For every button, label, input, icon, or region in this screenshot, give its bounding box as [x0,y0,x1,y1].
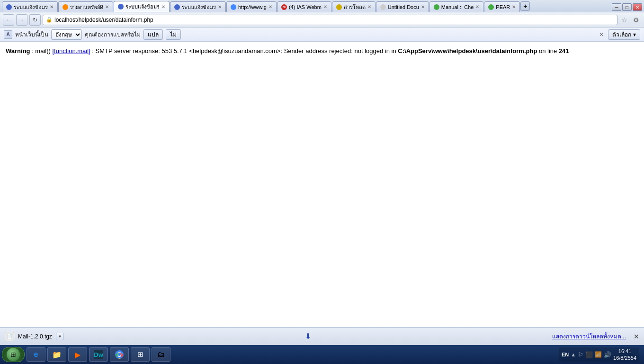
tab-7[interactable]: สารโหลด ✕ [332,1,376,12]
translate-prefix: หน้าเว็บนี้เป็น [15,30,48,39]
tab-3-close[interactable]: ✕ [161,4,165,9]
tab-7-close[interactable]: ✕ [367,4,371,9]
taskbar-media[interactable]: ▶ [68,347,87,362]
tab-3-favicon [118,4,124,9]
warning-path: C:\AppServ\www\helpdesk\user\datainform.… [398,47,537,55]
close-button[interactable]: ✕ [633,3,642,11]
taskbar-explorer[interactable]: 📁 [47,347,66,362]
volume-icon: 🔊 [604,351,611,358]
taskbar-ie[interactable]: e [27,347,45,362]
tab-6[interactable]: M (4) IAS Webm ✕ [277,1,331,12]
clock-time: 16:41 [613,348,636,355]
warning-on-line: on line [539,47,559,55]
tab-1-label: ระบบแจ้งข้อมร [14,3,48,11]
warning-label: Warning [6,47,30,55]
dreamweaver-icon: Dw [94,350,103,359]
warning-function: : mail() [32,47,52,55]
chrome-icon [115,350,124,359]
tab-10-label: PEAR [496,4,510,10]
files-icon: 🗂 [156,350,166,359]
tab-4-label: ระบบแจ้งข้อมร [182,3,216,11]
tab-4[interactable]: ระบบแจ้งข้อมร ✕ [170,1,226,12]
start-button[interactable]: ⊞ [2,347,25,362]
download-chevron[interactable]: ▾ [56,333,63,340]
no-translate-button[interactable]: ไม่ [166,29,181,40]
address-lock-icon: 🔒 [46,17,53,23]
monitor-icon: ⬛ [585,351,593,358]
tab-3-active[interactable]: ระบบแจ้งข้อมร ✕ [114,1,170,12]
wrench-icon[interactable]: ⚙ [631,15,641,25]
language-select[interactable]: อังกฤษ [51,29,82,40]
arrow-up-icon[interactable]: ▲ [571,352,576,357]
maximize-button[interactable]: □ [622,3,632,11]
function-mail-link[interactable]: [function.mail] [52,47,90,55]
taskbar-chrome[interactable] [110,347,129,362]
page-content: Warning : mail() [function.mail] : SMTP … [0,42,644,327]
taskbar: ⊞ e 📁 ▶ Dw [0,345,644,364]
new-tab-button[interactable]: + [520,1,530,11]
flag-icon: ⚐ [578,351,583,358]
tab-9[interactable]: Manual :: Che ✕ [429,1,483,12]
bookmark-star-icon[interactable]: ☆ [619,15,629,25]
tab-bar: ระบบแจ้งข้อมร ✕ รายงานทรัพย์ดิ ✕ ระบบแจ้… [0,0,644,12]
start-orb-icon: ⊞ [7,348,20,361]
explorer-icon: 📁 [52,350,62,359]
minimize-button[interactable]: ─ [612,3,621,11]
clock-date: 16/8/2554 [613,355,636,361]
tab-9-label: Manual :: Che [441,4,474,10]
tab-1[interactable]: ระบบแจ้งข้อมร ✕ [2,1,58,12]
show-all-downloads-link[interactable]: แสดงการดาวน์โหลดทั้งหมด... [552,332,626,341]
tab-7-favicon [336,4,342,10]
translate-options-button[interactable]: ตัวเลือก ▾ [608,29,640,40]
tab-5-close[interactable]: ✕ [268,4,272,9]
tab-6-favicon: M [281,4,287,10]
download-bar-close[interactable]: ✕ [634,333,639,340]
tab-5-label: http://www.g [238,4,267,10]
tab-8[interactable]: Untitled Docu ✕ [376,1,429,12]
tab-1-close[interactable]: ✕ [50,4,54,9]
tab-6-close[interactable]: ✕ [323,4,327,9]
tab-2-close[interactable]: ✕ [105,4,109,9]
warning-line-number: 241 [559,47,569,55]
tab-2[interactable]: รายงานทรัพย์ดิ ✕ [58,1,113,12]
taskbar-files[interactable]: 🗂 [152,347,170,362]
tab-3-label: ระบบแจ้งข้อมร [125,2,160,11]
address-input[interactable] [54,17,614,23]
tab-8-label: Untitled Docu [388,4,419,10]
warning-message-body: : SMTP server response: 553 5.7.1 <helpd… [92,47,398,55]
back-button[interactable]: ← [3,14,14,26]
tab-6-label: (4) IAS Webm [289,4,322,10]
tab-1-favicon [6,4,12,10]
download-filename: Mail-1.2.0.tgz [18,333,52,340]
tab-2-label: รายงานทรัพย์ดิ [70,3,103,11]
translate-button[interactable]: แปล [143,29,163,40]
tab-10-favicon [488,4,494,10]
address-bar[interactable]: 🔒 [43,15,617,25]
translate-bar: A หน้าเว็บนี้เป็น อังกฤษ คุณต้องการแปลหร… [0,27,644,42]
taskbar-dreamweaver[interactable]: Dw [89,347,108,362]
language-indicator: EN [562,352,569,357]
tab-2-favicon [63,4,68,10]
download-bar: 📄 Mail-1.2.0.tgz ▾ ⬇ แสดงการดาวน์โหลดทั้… [0,327,644,345]
translate-bar-close[interactable]: ✕ [598,31,605,38]
network-icon: 📶 [595,351,602,358]
forward-button[interactable]: → [16,14,27,26]
ie-icon: e [31,350,41,359]
system-tray: EN ▲ ⚐ ⬛ 📶 🔊 16:41 16/8/2554 [559,347,639,362]
tab-8-close[interactable]: ✕ [421,4,425,9]
warning-message: Warning : mail() [function.mail] : SMTP … [6,46,638,56]
taskbar-metro[interactable]: ⊞ [131,347,150,362]
tab-5[interactable]: http://www.g ✕ [226,1,277,12]
tab-5-favicon [231,4,236,10]
reload-button[interactable]: ↻ [29,14,41,26]
tab-10-close[interactable]: ✕ [512,4,516,9]
tab-10[interactable]: PEAR ✕ [484,1,520,12]
media-player-icon: ▶ [73,350,82,359]
system-clock: 16:41 16/8/2554 [613,348,636,362]
system-tray-area: EN ▲ ⚐ ⬛ 📶 🔊 16:41 16/8/2554 [556,347,642,362]
tab-4-favicon [174,4,180,10]
translate-question: คุณต้องการแปลหรือไม่ [85,30,141,39]
tab-9-close[interactable]: ✕ [475,4,479,9]
tab-4-close[interactable]: ✕ [218,4,222,9]
metro-icon: ⊞ [135,350,145,359]
